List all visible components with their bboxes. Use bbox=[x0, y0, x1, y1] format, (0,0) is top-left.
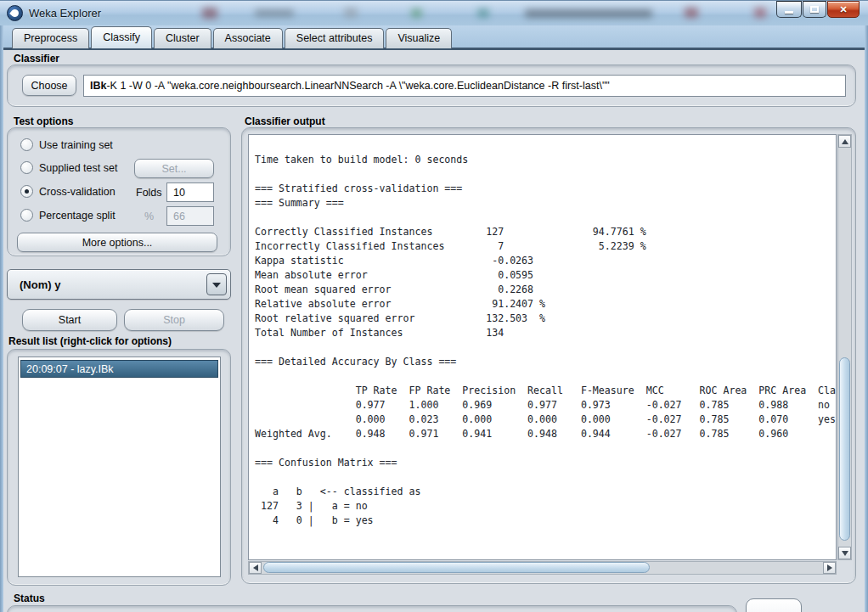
tab-bar: Preprocess Classify Cluster Associate Se… bbox=[3, 25, 865, 48]
minimize-icon bbox=[785, 11, 793, 14]
window-controls: ✕ bbox=[775, 1, 860, 18]
radio-cross-validation-label: Cross-validation bbox=[39, 186, 116, 198]
radio-use-training-set[interactable] bbox=[20, 138, 33, 151]
stop-button[interactable]: Stop bbox=[124, 309, 224, 331]
set-test-set-button[interactable]: Set... bbox=[134, 159, 214, 178]
glass-artifact bbox=[754, 8, 766, 18]
class-attribute-value: (Nom) y bbox=[20, 278, 60, 291]
classifier-output-text: Time taken to build model: 0 seconds ===… bbox=[249, 135, 836, 528]
radio-percentage-split[interactable] bbox=[20, 209, 33, 222]
status-label: Status bbox=[14, 592, 45, 604]
glass-artifact bbox=[477, 8, 489, 18]
combobox-dropdown-button[interactable] bbox=[206, 273, 227, 295]
classifier-output-label: Classifier output bbox=[245, 115, 325, 127]
maximize-button[interactable] bbox=[803, 1, 826, 18]
classifier-scheme-name: IBk bbox=[90, 80, 106, 92]
radio-supplied-test-set[interactable] bbox=[20, 161, 33, 174]
scroll-down-button[interactable] bbox=[838, 547, 851, 559]
scroll-up-button[interactable] bbox=[838, 135, 851, 148]
tab-select-attributes[interactable]: Select attributes bbox=[285, 28, 385, 48]
output-vertical-scrollbar[interactable] bbox=[837, 134, 852, 560]
tab-visualize[interactable]: Visualize bbox=[386, 28, 452, 48]
glass-artifact bbox=[202, 8, 217, 19]
glass-artifact bbox=[525, 9, 652, 18]
arrow-left-icon bbox=[253, 564, 258, 571]
classifier-scheme-options: -K 1 -W 0 -A "weka.core.neighboursearch.… bbox=[106, 80, 609, 92]
folds-field[interactable]: 10 bbox=[166, 182, 214, 202]
weka-app-icon bbox=[7, 5, 23, 21]
result-list[interactable]: 20:09:07 - lazy.IBk bbox=[18, 357, 221, 577]
maximize-icon bbox=[810, 6, 819, 13]
scroll-right-button[interactable] bbox=[823, 562, 836, 574]
status-panel bbox=[7, 605, 737, 612]
class-attribute-combobox[interactable]: (Nom) y bbox=[7, 269, 231, 300]
vertical-scrollbar-thumb[interactable] bbox=[839, 357, 850, 541]
folds-label: Folds bbox=[136, 187, 162, 199]
log-button[interactable] bbox=[746, 598, 802, 612]
glass-artifact bbox=[411, 8, 422, 18]
output-horizontal-scrollbar[interactable] bbox=[248, 561, 837, 575]
radio-supplied-test-set-label: Supplied test set bbox=[39, 162, 117, 174]
window-border-left bbox=[0, 25, 3, 612]
classifier-output-textarea[interactable]: Time taken to build model: 0 seconds ===… bbox=[248, 134, 837, 560]
tab-cluster[interactable]: Cluster bbox=[154, 28, 211, 48]
arrow-up-icon bbox=[842, 139, 848, 144]
tab-classify[interactable]: Classify bbox=[91, 26, 152, 48]
titlebar[interactable]: Weka Explorer ✕ bbox=[0, 0, 868, 25]
scroll-left-button[interactable] bbox=[249, 562, 262, 574]
more-options-button[interactable]: More options... bbox=[17, 233, 217, 252]
radio-percentage-split-label: Percentage split bbox=[39, 210, 116, 222]
glass-artifact bbox=[344, 8, 358, 18]
window-border-right bbox=[865, 25, 868, 612]
result-list-label: Result list (right-click for options) bbox=[8, 335, 172, 347]
radio-use-training-set-label: Use training set bbox=[39, 139, 113, 151]
result-list-item-selected[interactable]: 20:09:07 - lazy.IBk bbox=[20, 360, 218, 378]
close-button[interactable]: ✕ bbox=[827, 1, 860, 18]
arrow-down-icon bbox=[842, 551, 848, 556]
horizontal-scrollbar-thumb[interactable] bbox=[263, 562, 650, 573]
radio-cross-validation[interactable] bbox=[20, 185, 33, 198]
close-icon: ✕ bbox=[839, 4, 847, 15]
glass-artifact bbox=[255, 9, 294, 17]
percent-label: % bbox=[144, 211, 154, 222]
glass-artifact bbox=[685, 8, 698, 18]
tab-preprocess[interactable]: Preprocess bbox=[12, 28, 89, 48]
arrow-right-icon bbox=[827, 564, 832, 571]
classifier-group-label: Classifier bbox=[14, 53, 59, 65]
classifier-scheme-field[interactable]: IBk -K 1 -W 0 -A "weka.core.neighboursea… bbox=[83, 75, 846, 97]
start-button[interactable]: Start bbox=[22, 309, 117, 331]
minimize-button[interactable] bbox=[776, 1, 802, 18]
chevron-down-icon bbox=[212, 283, 221, 288]
choose-classifier-button[interactable]: Choose bbox=[22, 75, 76, 96]
tab-associate[interactable]: Associate bbox=[213, 28, 283, 48]
percent-field[interactable]: 66 bbox=[166, 206, 214, 226]
test-options-group-label: Test options bbox=[14, 115, 73, 127]
window-title: Weka Explorer bbox=[29, 7, 101, 20]
